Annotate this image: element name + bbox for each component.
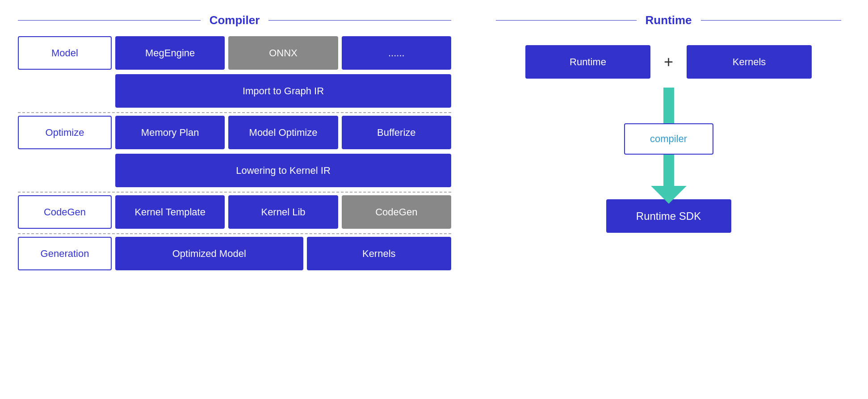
runtime-box: Runtime — [525, 45, 650, 79]
runtime-kernels-row: Runtime + Kernels — [525, 45, 812, 79]
megengine-box: MegEngine — [115, 36, 225, 70]
optimize-row-content: Memory Plan Model Optimize Bufferize — [115, 116, 451, 149]
kernels-generation-box: Kernels — [307, 237, 451, 270]
divider-1 — [18, 112, 451, 113]
left-panel: Compiler Model MegEngine ONNX ...... Imp… — [0, 0, 469, 399]
model-row-content: MegEngine ONNX ...... — [115, 36, 451, 70]
plus-icon: + — [664, 53, 673, 71]
import-row: Import to Graph IR — [18, 74, 451, 108]
compiler-title-line-left — [18, 20, 201, 21]
compiler-title-container: Compiler — [18, 13, 451, 27]
codegen-row: CodeGen Kernel Template Kernel Lib CodeG… — [18, 195, 451, 229]
runtime-title-container: Runtime — [496, 13, 841, 27]
kernel-template-box: Kernel Template — [115, 195, 225, 229]
runtime-title: Runtime — [637, 13, 701, 27]
compiler-title-line-right — [268, 20, 451, 21]
codegen-row-content: Kernel Template Kernel Lib CodeGen — [115, 195, 451, 229]
compiler-box: compiler — [624, 123, 713, 155]
model-optimize-box: Model Optimize — [228, 116, 338, 149]
right-panel: Runtime Runtime + Kernels — [469, 0, 868, 399]
model-label: Model — [18, 36, 112, 70]
optimized-model-box: Optimized Model — [115, 237, 303, 270]
kernels-box: Kernels — [687, 45, 812, 79]
generation-label: Generation — [18, 237, 112, 270]
onnx-box: ONNX — [228, 36, 338, 70]
bufferize-box: Bufferize — [342, 116, 451, 149]
lowering-row: Lowering to Kernel IR — [18, 154, 451, 187]
ellipsis-box: ...... — [342, 36, 451, 70]
divider-2 — [18, 192, 451, 193]
generation-row: Generation Optimized Model Kernels — [18, 237, 451, 270]
import-row-content: Import to Graph IR — [115, 74, 451, 108]
runtime-title-line-right — [701, 20, 842, 21]
codegen-box: CodeGen — [342, 195, 451, 229]
lowering-kernel-ir-box: Lowering to Kernel IR — [115, 154, 451, 187]
runtime-title-line-left — [496, 20, 637, 21]
import-graph-ir-box: Import to Graph IR — [115, 74, 451, 108]
svg-marker-1 — [651, 186, 687, 204]
arrow-wrapper: compiler — [633, 88, 704, 204]
memory-plan-box: Memory Plan — [115, 116, 225, 149]
compiler-title: Compiler — [201, 13, 269, 27]
codegen-label: CodeGen — [18, 195, 112, 229]
model-row: Model MegEngine ONNX ...... — [18, 36, 451, 70]
optimize-row: Optimize Memory Plan Model Optimize Buff… — [18, 116, 451, 149]
lowering-row-content: Lowering to Kernel IR — [115, 154, 451, 187]
runtime-sdk-box: Runtime SDK — [606, 199, 731, 233]
divider-3 — [18, 233, 451, 234]
arrow-compiler-section: compiler — [633, 88, 704, 204]
generation-row-content: Optimized Model Kernels — [115, 237, 451, 270]
kernel-lib-box: Kernel Lib — [228, 195, 338, 229]
right-content: Runtime + Kernels compiler — [496, 36, 841, 233]
optimize-label: Optimize — [18, 116, 112, 149]
